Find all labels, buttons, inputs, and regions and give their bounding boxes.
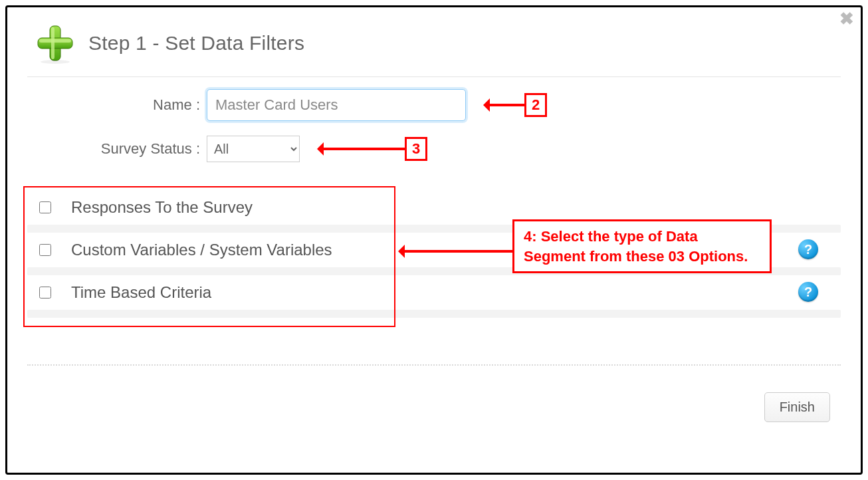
close-icon[interactable]: ✖ bbox=[839, 10, 854, 27]
svg-rect-2 bbox=[51, 27, 54, 59]
dialog-header: Step 1 - Set Data Filters bbox=[7, 7, 861, 76]
finish-button[interactable]: Finish bbox=[764, 392, 830, 422]
checkbox-responses[interactable] bbox=[39, 201, 51, 213]
annotation-arrow-2 bbox=[485, 104, 524, 106]
name-input[interactable] bbox=[207, 89, 466, 121]
svg-point-4 bbox=[41, 60, 70, 64]
help-icon[interactable]: ? bbox=[798, 282, 818, 302]
option-label: Time Based Criteria bbox=[71, 283, 211, 302]
page-title: Step 1 - Set Data Filters bbox=[88, 32, 304, 55]
options-list: Responses To the Survey Custom Variables… bbox=[27, 190, 841, 318]
annotation-label-3: 3 bbox=[412, 140, 420, 158]
form-area: Name : 2 Survey Status : All 3 bbox=[7, 77, 861, 183]
survey-status-select[interactable]: All bbox=[207, 136, 300, 162]
status-label: Survey Status : bbox=[27, 140, 207, 158]
annotation-label-2: 2 bbox=[532, 96, 540, 114]
dialog-frame: ✖ Step 1 - Set Data Filters bbox=[5, 5, 863, 475]
annotation-arrow-4 bbox=[399, 250, 512, 253]
checkbox-time-based[interactable] bbox=[39, 287, 51, 299]
row-separator bbox=[27, 310, 841, 318]
option-label: Responses To the Survey bbox=[71, 198, 253, 217]
name-label: Name : bbox=[27, 96, 207, 114]
svg-rect-3 bbox=[39, 39, 71, 43]
field-row-status: Survey Status : All 3 bbox=[27, 136, 841, 162]
plus-icon bbox=[34, 22, 76, 64]
annotation-box-4: 4: Select the type of Data Segment from … bbox=[512, 219, 772, 273]
dialog-footer: Finish bbox=[7, 366, 861, 422]
finish-button-label: Finish bbox=[780, 400, 815, 414]
annotation-box-2: 2 bbox=[524, 93, 547, 117]
checkbox-custom-vars[interactable] bbox=[39, 244, 51, 256]
help-icon[interactable]: ? bbox=[798, 239, 818, 259]
option-row-time-based: Time Based Criteria ? bbox=[27, 275, 841, 310]
annotation-box-3: 3 bbox=[405, 137, 427, 161]
field-row-name: Name : 2 bbox=[27, 89, 841, 121]
option-label: Custom Variables / System Variables bbox=[71, 241, 332, 259]
annotation-arrow-3 bbox=[318, 148, 405, 150]
annotation-label-4: 4: Select the type of Data Segment from … bbox=[524, 228, 748, 265]
